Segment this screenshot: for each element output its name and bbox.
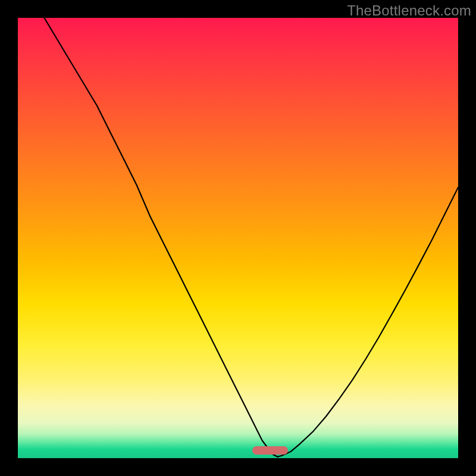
bottleneck-curve: [18, 18, 458, 458]
chart-frame: TheBottleneck.com: [0, 0, 476, 476]
curve-left-branch: [44, 18, 277, 457]
curve-right-branch: [278, 187, 458, 457]
watermark-text: TheBottleneck.com: [347, 2, 471, 19]
plot-area: [18, 18, 458, 458]
optimal-range-marker: [252, 446, 288, 455]
